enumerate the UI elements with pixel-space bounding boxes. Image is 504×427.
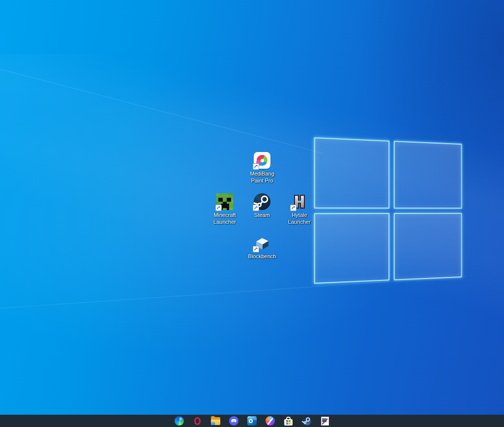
windows-logo-pane [314, 213, 389, 284]
desktop-icon-label: Blockbench [246, 253, 278, 260]
taskbar-outlook-icon[interactable] [247, 416, 257, 426]
desktop-icon-blockbench[interactable]: Blockbench [243, 235, 281, 260]
taskbar-microsoft-store-icon[interactable] [284, 416, 293, 426]
desktop-icon-label: Hytale Launcher [283, 212, 316, 225]
taskbar-copilot-icon[interactable] [266, 416, 275, 426]
desktop-icon-minecraft-launcher[interactable]: Minecraft Launcher [206, 193, 243, 225]
taskbar-discord-icon[interactable] [229, 416, 238, 426]
desktop-icon-steam[interactable]: Steam [243, 193, 281, 218]
windows-logo-pane [393, 141, 462, 209]
desktop-wallpaper[interactable]: MediBang Paint Pro Minecraft Launcher [0, 0, 504, 415]
desktop-icon-hytale-launcher[interactable]: Hytale Launcher [281, 193, 318, 225]
taskbar-opera-gx-icon[interactable] [193, 416, 202, 426]
shortcut-arrow-icon [253, 246, 259, 252]
windows-logo [314, 137, 462, 284]
light-ray [0, 276, 466, 308]
taskbar[interactable] [0, 415, 504, 427]
shortcut-arrow-icon [253, 163, 259, 170]
light-ray [0, 69, 324, 153]
desktop-icon-label: MediBang Paint Pro [246, 170, 278, 184]
desktop-icon-label: Minecraft Launcher [208, 212, 241, 225]
taskbar-edge-icon[interactable] [175, 416, 184, 426]
windows-logo-pane [393, 213, 462, 280]
desktop-icon-label: Steam [246, 212, 278, 218]
taskbar-file-explorer-icon[interactable] [211, 416, 220, 426]
taskbar-paint-icon[interactable] [320, 416, 329, 426]
shortcut-arrow-icon [253, 205, 259, 211]
taskbar-steam-icon[interactable] [302, 416, 311, 426]
shortcut-arrow-icon [215, 205, 222, 211]
desktop-icon-medibang-paint-pro[interactable]: MediBang Paint Pro [243, 152, 281, 184]
windows-logo-pane [314, 137, 389, 208]
shortcut-arrow-icon [290, 205, 296, 211]
light-beam [0, 54, 504, 320]
